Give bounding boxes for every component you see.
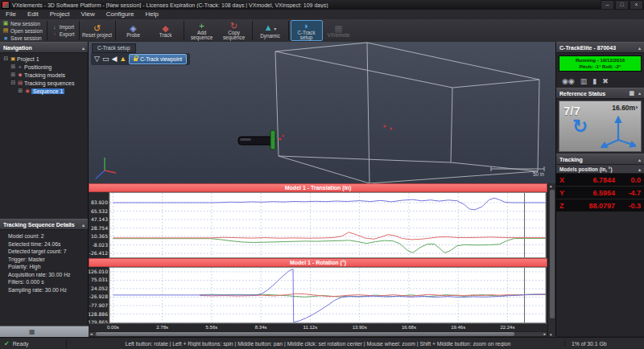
svg-text:126.010: 126.010 <box>89 269 108 274</box>
track-button[interactable]: ◆Track <box>150 20 182 41</box>
time-tick-label: 19.46s <box>451 325 465 330</box>
mouse-hints: Left button: rotate | Left + Right butto… <box>72 341 564 347</box>
memory-usage: 1% of 30.1 Gb <box>564 341 644 347</box>
tree-item-sequence-1[interactable]: ⊞◉Sequence 1 <box>0 87 88 95</box>
tree-item-project-1[interactable]: ⊟▣Project 1 <box>0 55 88 63</box>
horizontal-scroll-thumb[interactable] <box>96 332 514 336</box>
copy-sequence-button[interactable]: ↻Copy sequence <box>218 20 250 41</box>
open-session-button[interactable]: ▤Open session <box>2 27 43 35</box>
detail-line: Selected time: 24.06s <box>8 240 88 248</box>
camera-pair-icon[interactable]: ◉◉ <box>562 77 575 85</box>
collapse-icon[interactable]: ▴ <box>82 222 85 228</box>
viewport-toolbar: ▽ ▭ ◀ ▲ C-Track viewpoint <box>91 53 190 65</box>
reset-project-icon: ↺ <box>93 23 101 33</box>
menu-project[interactable]: Project <box>44 10 76 19</box>
sequence-details-title: Tracking Sequence Details <box>3 222 75 228</box>
expand-box-icon[interactable]: ⊞ <box>10 72 16 78</box>
models-position-subheader: Models position (in, °) ▴ <box>556 165 644 174</box>
window-title: VXelements - 3D Software Platform - [New… <box>12 2 328 8</box>
panel-grid-icon[interactable]: ▦ <box>29 328 35 335</box>
svg-text:65.532: 65.532 <box>91 208 108 214</box>
dynamic-button[interactable]: ▲ ▾Dynamic <box>254 20 287 41</box>
svg-text:-8.023: -8.023 <box>93 242 109 248</box>
projection-mode-icon[interactable]: ▭ <box>102 54 109 64</box>
rotation-chart[interactable]: 126.01075.03124.052-26.928-77.907-128.88… <box>89 267 547 323</box>
calculator-icon[interactable]: ▦ <box>629 90 634 96</box>
menu-view[interactable]: View <box>76 10 101 19</box>
collapse-icon[interactable]: ▴ <box>638 166 641 172</box>
expand-box-icon[interactable]: ⊞ <box>18 88 23 94</box>
time-tick-label: 11.12s <box>303 325 318 330</box>
viewport-3d[interactable]: 50 in C-Track setup ▽ ▭ ◀ ▲ C-Track view… <box>89 42 555 183</box>
rotate-view-icon[interactable]: ◀ <box>111 54 117 64</box>
collapse-icon[interactable]: ▴ <box>82 45 85 51</box>
svg-text:28.754: 28.754 <box>91 225 108 231</box>
time-tick-label: 13.90s <box>353 325 367 330</box>
scroll-left-icon[interactable]: ◂ <box>90 331 93 337</box>
export-button[interactable]: ↑Export <box>52 31 75 38</box>
probe-button[interactable]: ◈Probe <box>118 20 150 41</box>
maintenance-icon[interactable]: ✖ <box>602 77 609 85</box>
menu-edit[interactable]: Edit <box>22 10 44 19</box>
models-position-row-z: Z88.0797-0.3 <box>556 199 644 212</box>
svg-text:-77.907: -77.907 <box>89 302 108 308</box>
save-session-button[interactable]: ■Save session <box>2 35 43 42</box>
sequence-details-list: Model count: 2Selected time: 24.06sDetec… <box>0 230 88 294</box>
fit-view-icon[interactable]: ▲ <box>119 54 126 64</box>
tracking-header: Tracking ▴ <box>556 154 644 165</box>
add-sequence-button[interactable]: +Add sequence <box>186 20 218 41</box>
sequence-details-header: Tracking Sequence Details ▴ <box>0 219 88 230</box>
minimize-button[interactable]: – <box>601 0 614 10</box>
time-tick-label: 22.24s <box>500 325 514 330</box>
ctrack-setup-button[interactable]: ◗C-Track setup <box>291 20 323 41</box>
scroll-right-icon[interactable]: ▸ <box>543 331 546 337</box>
svg-text:-26.412: -26.412 <box>89 250 108 256</box>
vxremote-button[interactable]: ▦VXremote <box>323 20 355 41</box>
rotate-reference-icon: ↻ <box>572 116 588 138</box>
scroll-up-icon[interactable]: ▴ <box>550 183 552 188</box>
import-button[interactable]: ↓Import <box>52 23 75 31</box>
menu-configure[interactable]: Configure <box>101 10 140 19</box>
translation-chart[interactable]: 83.92065.53247.14328.75410.365-8.023-26.… <box>89 192 547 258</box>
collapse-box-icon[interactable]: ⊟ <box>10 80 16 86</box>
temperature-icon[interactable]: ▮ <box>592 77 597 85</box>
ready-check-icon: ✔ <box>4 340 10 347</box>
close-button[interactable]: × <box>630 0 643 10</box>
application-window: VXelements - 3D Software Platform - [New… <box>0 0 644 349</box>
probe-icon: ◈ <box>130 23 136 33</box>
time-tick-label: 16.68s <box>402 325 416 330</box>
lock-icon <box>134 58 138 61</box>
tracking-sequences-icon: ▤ <box>17 80 23 86</box>
axes-icon <box>601 116 636 148</box>
ctrack-viewpoint-button[interactable]: C-Track viewpoint <box>129 54 187 64</box>
translation-chart-banner: Model 1 - Translation (in) <box>89 183 547 192</box>
menu-file[interactable]: File <box>0 10 22 19</box>
horizontal-scrollbar[interactable]: ◂ ▸ <box>89 331 547 337</box>
rotation-chart-title: Model 1 - Rotation (°) <box>290 260 346 265</box>
new-session-icon: ▣ <box>2 20 9 27</box>
panel-footer: ▦ <box>0 326 89 337</box>
right-panel: C-TrackElite - 870043 ▴ Running - 10/11/… <box>555 42 644 336</box>
maximize-button[interactable]: □ <box>615 0 629 10</box>
collapse-box-icon[interactable]: ⊟ <box>3 55 9 62</box>
menu-help[interactable]: Help <box>139 10 163 19</box>
collapse-icon[interactable]: ▴ <box>638 91 641 96</box>
collapse-icon[interactable]: ▴ <box>638 157 641 162</box>
expand-box-icon[interactable]: ⊞ <box>10 64 16 70</box>
add-sequence-icon: + <box>199 21 204 31</box>
tree-item-tracking-sequences[interactable]: ⊟▤Tracking sequences <box>0 79 88 87</box>
reset-project-button[interactable]: ↺Reset project <box>81 20 114 41</box>
time-axis: 0.00s2.78s5.56s8.34s11.12s13.90s16.68s19… <box>89 323 547 331</box>
vertical-scrollbar[interactable]: ▴ ▾ <box>547 183 555 337</box>
tree-item-tracking-models[interactable]: ⊞◆Tracking models <box>0 71 88 79</box>
tree-item-positioning[interactable]: ⊞+Positioning <box>0 63 88 71</box>
chevron-down-icon[interactable]: ▾ <box>273 27 277 31</box>
tracked-device <box>238 130 284 150</box>
collapse-icon[interactable]: ▴ <box>638 45 641 51</box>
vertical-scroll-thumb[interactable] <box>550 190 555 318</box>
view-cube-icon[interactable]: ▽ <box>94 54 100 64</box>
reference-status-header: Reference Status ▦ ▴ <box>556 88 644 99</box>
new-session-button[interactable]: ▣New session <box>2 20 43 27</box>
viewport-tab[interactable]: C-Track setup <box>92 43 136 53</box>
led-status-icon[interactable]: ▥ <box>580 77 588 85</box>
